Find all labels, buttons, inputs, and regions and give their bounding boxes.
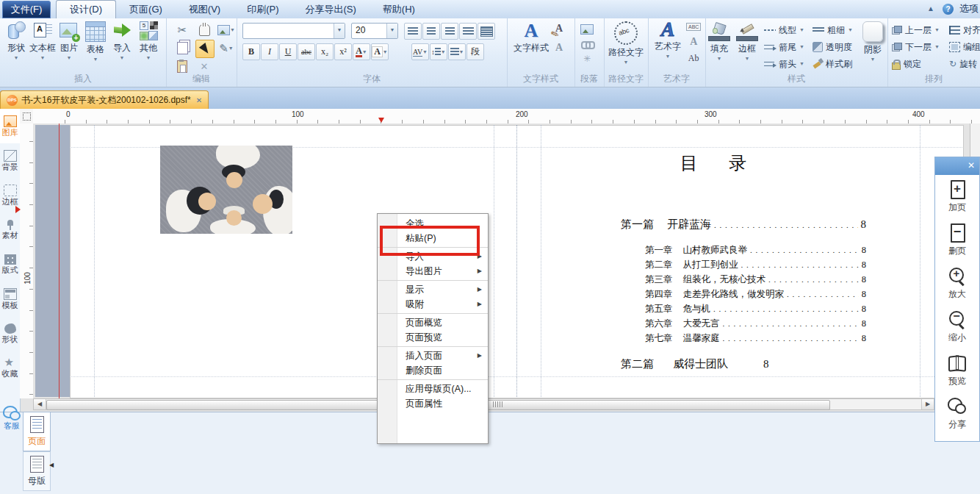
ribbon-tab[interactable]: 设计(D) (56, 0, 116, 18)
document-tab[interactable]: DPS 书-大16开软皮平装-文档200102-1026.dpsf* ✕ (0, 90, 209, 109)
text-wrap-button[interactable] (580, 24, 594, 35)
other-button[interactable]: 其他 ▼ (135, 20, 162, 73)
bold-button[interactable]: B (242, 43, 260, 60)
columns-button[interactable]: ▼ (448, 43, 466, 60)
copy-button[interactable] (173, 40, 191, 57)
word-art-button[interactable]: A 艺术字 ▼ (649, 20, 686, 59)
chevron-down-icon[interactable]: ▼ (120, 56, 125, 60)
select-tool-button[interactable] (195, 40, 215, 58)
preview-button[interactable]: 预览 (935, 348, 979, 392)
ribbon-tab[interactable]: 页面(G) (116, 0, 176, 18)
picture-button[interactable]: 图片 ▼ (56, 20, 82, 73)
group-objects-button[interactable]: 编组 (949, 40, 980, 54)
ribbon-tab[interactable]: 分享导出(S) (292, 0, 370, 18)
context-menu-item[interactable]: 删除页面 (378, 363, 488, 378)
chevron-down-icon[interactable]: ▼ (14, 56, 19, 60)
align-right-button[interactable] (441, 23, 458, 40)
font-family-select[interactable]: ▼ (242, 23, 345, 39)
context-menu-item[interactable]: 页面概览 (378, 315, 488, 330)
superscript-button[interactable]: x² (334, 43, 352, 60)
arrow-tail-button[interactable]: 箭尾▼ (764, 40, 804, 54)
delete-page-button[interactable]: 删页 (935, 218, 979, 262)
share-button[interactable]: 分享 (935, 392, 979, 435)
line-weight-button[interactable]: 粗细▼ (813, 23, 853, 37)
shapes-button[interactable]: 形状 ▼ (3, 20, 29, 73)
word-art-style-button[interactable]: A (690, 36, 697, 48)
ribbon-tab[interactable]: 视图(V) (176, 0, 234, 18)
ribbon-tab[interactable]: 帮助(H) (370, 0, 428, 18)
send-backward-button[interactable]: 下一层▼ (892, 40, 940, 54)
splitter-grip[interactable] (493, 401, 503, 407)
scroll-left-arrow[interactable]: ◀ (34, 399, 46, 409)
arrow-head-button[interactable]: 箭头▼ (764, 57, 804, 71)
sidebar-item-layout[interactable]: 版式 (0, 247, 20, 282)
bring-forward-button[interactable]: 上一层▼ (892, 23, 940, 37)
shadow-button[interactable]: 阴影 ▼ (860, 21, 886, 62)
chevron-down-icon[interactable]: ▼ (871, 57, 876, 62)
chevron-down-icon[interactable]: ▼ (146, 56, 151, 60)
word-art-ab-button[interactable]: Ab (688, 53, 699, 64)
textbox-button[interactable]: 文本框 ▼ (29, 20, 56, 73)
context-menu-item[interactable]: 页面预览 (378, 330, 488, 345)
chevron-down-icon[interactable]: ▼ (40, 56, 46, 60)
file-menu-button[interactable]: 文件(F) (2, 1, 51, 18)
chevron-down-icon[interactable]: ▼ (334, 24, 345, 38)
context-menu-item[interactable]: 全选 (378, 216, 488, 231)
sidebar-item-shape[interactable]: 形状 (0, 316, 20, 351)
sidebar-item-gallery[interactable]: 图库 (0, 109, 20, 143)
context-menu-item[interactable]: 导入 ▶ (378, 249, 488, 264)
chevron-down-icon[interactable]: ▼ (67, 56, 72, 60)
line-type-button[interactable]: 线型▼ (764, 23, 804, 37)
sidebar-item-template[interactable]: 模板 (0, 282, 20, 316)
context-menu-item[interactable]: 插入页面 ▶ (378, 348, 488, 363)
text-style-a-button[interactable]: A (555, 23, 563, 35)
chevron-down-icon[interactable]: ▼ (624, 60, 629, 65)
close-icon[interactable]: ✕ (968, 160, 975, 171)
font-color-button[interactable]: A▼ (353, 43, 370, 60)
add-page-button[interactable]: 加页 (935, 175, 979, 218)
family-photo[interactable] (160, 146, 292, 234)
master-view-button[interactable]: 母版 (23, 451, 51, 491)
subscript-button[interactable]: x₂ (316, 43, 334, 60)
context-menu-item[interactable]: 粘贴(P) (378, 231, 488, 246)
context-menu-item[interactable]: 页面属性 (378, 396, 488, 411)
import-button[interactable]: 导入 ▼ (109, 20, 135, 73)
highlight-color-button[interactable]: A▼ (371, 43, 389, 60)
context-menu-item[interactable]: 显示 ▶ (378, 282, 488, 297)
help-icon[interactable]: ? (943, 4, 954, 15)
paragraph-settings-button[interactable]: 段 (466, 43, 484, 60)
align-objects-button[interactable]: 对齐 (949, 23, 980, 37)
context-menu-item[interactable]: 应用母版页(A)... (378, 382, 488, 396)
style-brush-button[interactable]: 样式刷 (813, 57, 853, 71)
sidebar-item-background[interactable]: 背景 (0, 143, 20, 178)
word-art-stamp-button[interactable]: ABC (686, 23, 701, 31)
table-button[interactable]: 表格 ▼ (82, 20, 109, 73)
line-spacing-button[interactable]: ↕▼ (430, 43, 447, 60)
sidebar-item-material[interactable]: 素材 (0, 212, 20, 247)
collapse-ribbon-icon[interactable]: ▲ (925, 3, 937, 15)
thumbnail-scroll-left-icon[interactable]: ◀ (49, 462, 54, 468)
opacity-button[interactable]: 透明度 (813, 40, 853, 54)
path-text-button[interactable]: 路径文字 ▼ (605, 21, 646, 65)
align-left-button[interactable] (404, 23, 422, 40)
border-button[interactable]: 边框 ▼ (735, 21, 760, 61)
link-frames-button[interactable] (581, 41, 593, 47)
font-size-select[interactable]: 20▼ (351, 23, 398, 39)
char-spacing-button[interactable]: AV▼ (411, 43, 429, 60)
text-style-a2-button[interactable]: A (555, 42, 563, 54)
customer-service-button[interactable]: 客服 (1, 406, 23, 432)
rotate-button[interactable]: ↻旋转 (949, 57, 980, 71)
chevron-down-icon[interactable]: ▼ (93, 57, 98, 62)
justify-button[interactable] (459, 23, 477, 40)
zoom-out-button[interactable]: 缩小 (935, 305, 979, 348)
draw-tool-button[interactable]: ✎▼ (217, 40, 235, 57)
options-button[interactable]: 选项 (959, 2, 979, 15)
fill-button[interactable]: 填充 ▼ (707, 21, 732, 61)
italic-button[interactable]: I (261, 43, 278, 60)
toc-block[interactable]: 第一篇 开辟蓝海 8 第一章 山村教师武良举 8 第二章 从打工到创业 8 (621, 218, 866, 373)
chevron-down-icon[interactable]: ▼ (717, 57, 722, 61)
underline-button[interactable]: U (279, 43, 297, 60)
align-center-button[interactable] (422, 23, 440, 40)
strikethrough-button[interactable]: abc (298, 43, 315, 60)
close-tab-icon[interactable]: ✕ (195, 96, 202, 104)
